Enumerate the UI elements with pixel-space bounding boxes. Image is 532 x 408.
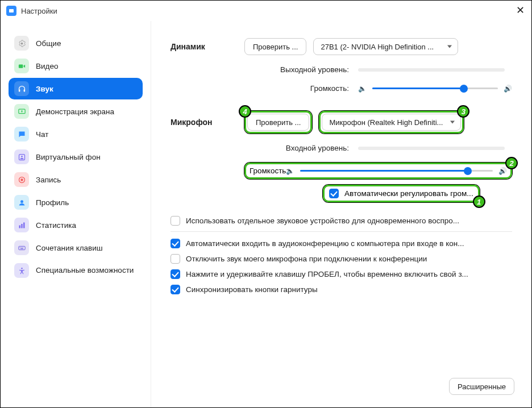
sidebar-item-video[interactable]: Видео <box>9 55 143 77</box>
push-to-talk-checkbox[interactable] <box>171 269 180 279</box>
input-level-label: Входной уровень: <box>244 144 358 152</box>
auto-adjust-volume-label: Автоматически регулировать гром... <box>344 189 473 198</box>
svg-rect-14 <box>19 247 20 248</box>
volume-high-icon: 🔊 <box>504 85 512 93</box>
speaker-volume-label: Громкость: <box>244 84 358 93</box>
speaker-volume-slider[interactable] <box>372 88 498 89</box>
svg-rect-3 <box>23 89 25 91</box>
sidebar-item-recording[interactable]: Запись <box>9 169 143 190</box>
svg-rect-12 <box>23 222 25 228</box>
annotation-badge-2: 2 <box>505 157 518 169</box>
option-row: Использовать отдельное звуковое устройст… <box>171 216 512 226</box>
sidebar-item-label: Демонстрация экрана <box>36 107 114 116</box>
advanced-button[interactable]: Расширенные <box>449 378 514 395</box>
zoom-app-icon <box>6 6 16 16</box>
option-row: Отключить звук моего микрофона при подкл… <box>171 254 512 264</box>
sidebar-item-chat[interactable]: Чат <box>9 123 143 145</box>
svg-point-6 <box>21 155 23 157</box>
annotation-badge-3: 3 <box>457 105 469 118</box>
microphone-device-value: Микрофон (Realtek High Definiti... <box>329 118 443 127</box>
option-row: Нажмите и удерживайте клавишу ПРОБЕЛ, чт… <box>171 269 512 279</box>
headphones-icon <box>14 81 29 96</box>
volume-high-icon: 🔊 <box>498 167 507 175</box>
accessibility-icon <box>14 263 29 278</box>
titlebar: Настройки ✕ <box>1 1 531 21</box>
svg-point-8 <box>20 178 23 181</box>
sidebar-item-label: Чат <box>36 130 48 139</box>
keyboard-icon <box>14 240 29 255</box>
record-icon <box>14 172 29 187</box>
chat-icon <box>14 127 29 141</box>
sidebar-item-accessibility[interactable]: Специальные возможности <box>9 260 143 281</box>
sidebar-item-label: Статистика <box>36 221 76 230</box>
separate-audio-device-label: Использовать отдельное звуковое устройст… <box>186 217 459 225</box>
volume-low-icon: 🔈 <box>358 85 367 93</box>
annotation-badge-4: 4 <box>239 105 251 118</box>
svg-rect-10 <box>19 225 20 228</box>
settings-sidebar: Общие Видео Звук Демонстрация экрана Чат <box>1 21 151 407</box>
speaker-device-value: 27B1 (2- NVIDIA High Definition ... <box>321 43 434 51</box>
virtual-background-icon <box>14 149 29 164</box>
speaker-section-label: Динамик <box>171 42 244 51</box>
test-microphone-button[interactable]: Проверить ... <box>247 114 309 131</box>
svg-point-0 <box>20 42 23 44</box>
microphone-section-label: Микрофон <box>171 118 244 127</box>
sidebar-item-label: Звук <box>36 85 53 93</box>
video-camera-icon <box>14 59 29 73</box>
push-to-talk-label: Нажмите и удерживайте клавишу ПРОБЕЛ, чт… <box>186 270 468 278</box>
option-row: Автоматически входить в аудиоконференцию… <box>171 239 512 248</box>
volume-low-icon: 🔈 <box>286 167 294 175</box>
sidebar-item-label: Запись <box>36 176 61 184</box>
svg-rect-17 <box>20 248 23 249</box>
microphone-volume-slider[interactable] <box>300 170 493 172</box>
divider <box>171 231 512 232</box>
auto-join-audio-label: Автоматически входить в аудиоконференцию… <box>186 239 464 248</box>
svg-point-18 <box>21 267 23 269</box>
sidebar-item-general[interactable]: Общие <box>9 32 143 54</box>
sidebar-item-label: Специальные возможности <box>36 266 134 276</box>
microphone-device-select[interactable]: Микрофон (Realtek High Definiti... <box>322 114 461 131</box>
auto-join-audio-checkbox[interactable] <box>171 239 180 248</box>
option-row: Синхронизировать кнопки гарнитуры <box>171 285 512 294</box>
window-title: Настройки <box>21 7 57 15</box>
mute-on-join-checkbox[interactable] <box>171 254 180 264</box>
sidebar-item-statistics[interactable]: Статистика <box>9 214 143 236</box>
output-level-label: Выходной уровень: <box>244 65 358 74</box>
audio-settings-panel: Динамик Проверить ... 27B1 (2- NVIDIA Hi… <box>151 21 531 407</box>
speaker-device-select[interactable]: 27B1 (2- NVIDIA High Definition ... <box>313 38 458 55</box>
sidebar-item-label: Видео <box>36 62 58 70</box>
sidebar-item-audio[interactable]: Звук <box>9 78 143 99</box>
sidebar-item-label: Профиль <box>36 198 69 207</box>
mute-on-join-label: Отключить звук моего микрофона при подкл… <box>186 255 427 263</box>
auto-adjust-volume-checkbox[interactable] <box>329 189 339 198</box>
speaker-output-level-meter <box>358 68 505 72</box>
share-screen-icon <box>14 104 29 119</box>
sidebar-item-label: Виртуальный фон <box>36 153 101 161</box>
sidebar-item-keyboard-shortcuts[interactable]: Сочетания клавиш <box>9 237 143 259</box>
separate-audio-device-checkbox[interactable] <box>171 216 180 226</box>
annotation-badge-1: 1 <box>473 195 485 208</box>
sidebar-item-share-screen[interactable]: Демонстрация экрана <box>9 101 143 122</box>
test-speaker-button[interactable]: Проверить ... <box>244 38 306 55</box>
svg-rect-16 <box>22 247 23 248</box>
settings-icon <box>14 36 29 51</box>
sidebar-item-label: Сочетания клавиш <box>36 244 103 252</box>
close-button[interactable]: ✕ <box>514 5 526 16</box>
svg-rect-15 <box>21 247 22 248</box>
svg-rect-2 <box>18 89 20 91</box>
svg-rect-11 <box>21 224 23 228</box>
sync-headset-label: Синхронизировать кнопки гарнитуры <box>186 285 318 294</box>
statistics-icon <box>14 218 29 232</box>
sidebar-item-profile[interactable]: Профиль <box>9 191 143 213</box>
svg-point-9 <box>20 200 23 203</box>
svg-rect-1 <box>18 64 23 68</box>
sidebar-item-virtual-background[interactable]: Виртуальный фон <box>9 146 143 168</box>
profile-icon <box>14 195 29 210</box>
microphone-volume-label: Громкость: <box>250 166 286 175</box>
sync-headset-checkbox[interactable] <box>171 285 180 294</box>
sidebar-item-label: Общие <box>36 39 61 48</box>
microphone-input-level-meter <box>358 147 505 150</box>
